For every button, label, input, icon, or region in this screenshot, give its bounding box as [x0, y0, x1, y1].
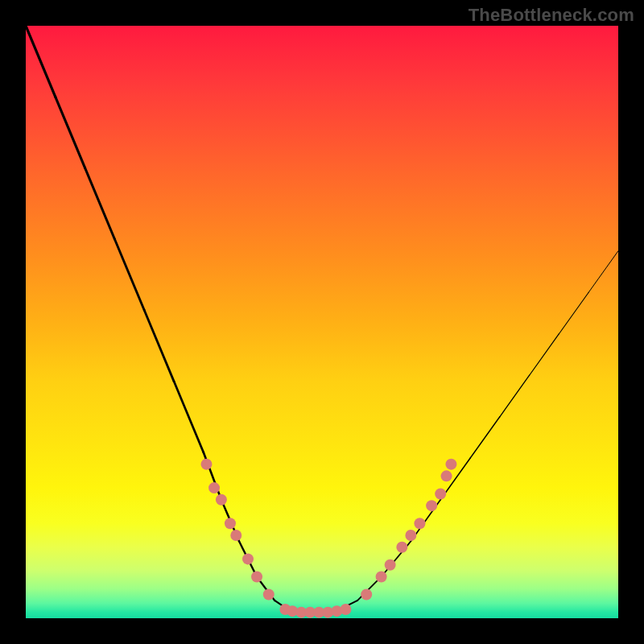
curve-segment: [174, 382, 204, 452]
data-marker: [441, 470, 452, 481]
curve-segment: [85, 168, 115, 239]
data-marker: [242, 553, 254, 564]
chart-plot-area: [26, 26, 618, 618]
watermark-text: TheBottleneck.com: [469, 5, 634, 26]
data-marker: [445, 459, 456, 470]
data-marker: [405, 530, 416, 541]
curve-segment: [500, 375, 530, 417]
data-marker: [396, 542, 407, 553]
data-marker: [225, 518, 236, 529]
data-marker: [200, 459, 212, 470]
data-marker: [251, 571, 262, 582]
chart-svg: [26, 26, 618, 618]
data-marker: [385, 559, 396, 571]
data-marker: [263, 589, 275, 601]
data-marker: [216, 494, 227, 506]
curve-segment: [530, 334, 559, 376]
data-marker: [230, 530, 242, 541]
data-marker: [361, 589, 372, 601]
chart-frame: TheBottleneck.com: [0, 0, 644, 644]
curve-segment: [144, 310, 174, 381]
curve-segment: [588, 251, 618, 293]
data-marker: [414, 518, 425, 529]
curve-segment: [26, 26, 56, 97]
data-marker: [426, 500, 437, 511]
curve-segment: [559, 292, 588, 334]
curve-segment: [470, 417, 500, 459]
data-marker: [376, 571, 387, 582]
curve-segment: [56, 97, 85, 167]
data-marker: [208, 482, 220, 493]
curve-segment: [114, 239, 144, 310]
data-marker: [340, 604, 351, 615]
data-marker: [435, 488, 446, 499]
